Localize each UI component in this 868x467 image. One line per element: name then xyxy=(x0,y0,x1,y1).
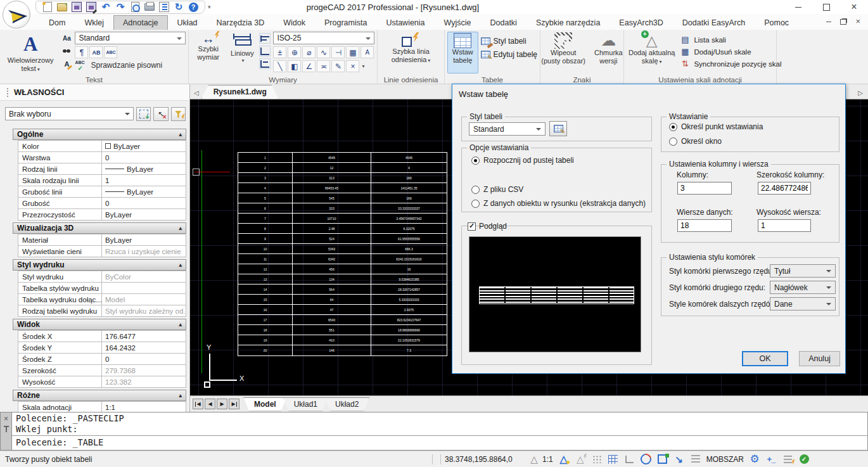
data-rows-input[interactable] xyxy=(677,219,732,232)
open-icon[interactable] xyxy=(57,2,67,12)
dynamic-input-icon[interactable] xyxy=(765,454,777,465)
oblique-dim-icon[interactable]: ╲ xyxy=(273,60,286,72)
cancel-button[interactable]: Anuluj xyxy=(799,351,840,366)
linear-dimension-button[interactable]: Liniowy xyxy=(228,32,257,74)
scale-list-button[interactable]: Lista skali xyxy=(679,34,781,46)
next-layout-icon[interactable] xyxy=(217,399,227,409)
property-row[interactable]: Tabelka stylów wydruku xyxy=(18,282,186,294)
sync-scale-positions-button[interactable]: Synchronizuje pozycję skal xyxy=(679,58,781,70)
save-as-icon[interactable] xyxy=(86,2,96,12)
layout-tab[interactable]: Model xyxy=(243,397,287,411)
selection-combo[interactable]: Brak wyboru xyxy=(5,107,134,120)
columns-input[interactable] xyxy=(677,182,732,195)
column-width-input[interactable] xyxy=(758,182,811,195)
doc-minimize-icon[interactable] xyxy=(826,22,831,22)
dim-edit-icon[interactable]: ✎ xyxy=(331,60,345,72)
option-data-extraction-radio[interactable]: Z danych obiektu w rysunku (ekstrakcja d… xyxy=(471,199,646,208)
tolerance-icon[interactable]: ± xyxy=(273,46,286,58)
tab-scroll-right-icon[interactable] xyxy=(858,89,863,96)
dim-break-icon[interactable]: × xyxy=(346,60,359,72)
dim-ordinate-icon[interactable] xyxy=(259,58,271,69)
quick-select-icon[interactable] xyxy=(171,107,186,121)
property-row[interactable]: Styl wydruku ByColor xyxy=(18,271,186,283)
table-style-button[interactable]: Styl tabeli xyxy=(481,34,537,48)
property-row[interactable]: Materiał ByLayer xyxy=(18,234,186,246)
property-row[interactable]: Środek Z 0 xyxy=(18,353,186,365)
annotation-visibility-icon[interactable] xyxy=(558,454,570,465)
ribbon-tab[interactable]: Dodatki EasyArch xyxy=(673,15,755,30)
layout-tab[interactable]: Układ2 xyxy=(324,397,369,411)
insertion-window-radio[interactable]: Określ okno xyxy=(669,137,722,146)
settings-gear-icon[interactable] xyxy=(748,454,761,465)
coordinates-display[interactable]: 38.3748,195.8864,0 xyxy=(445,455,526,464)
sync-icon[interactable] xyxy=(174,2,184,12)
doc-restore-icon[interactable] xyxy=(840,19,846,25)
select-add-icon[interactable] xyxy=(136,107,151,121)
progecad-logo[interactable] xyxy=(3,1,30,29)
property-row[interactable]: Tabelka wydruku dołąc... Model xyxy=(18,293,186,305)
paragraph-text-icon[interactable]: ¶ xyxy=(75,46,88,58)
character-spacing-icon[interactable]: ABC xyxy=(104,46,117,58)
ribbon-tab[interactable]: Dom xyxy=(39,15,75,30)
wipeout-button[interactable]: Wipeout (pusty obszar) xyxy=(539,32,587,74)
undo-icon[interactable] xyxy=(101,2,111,12)
ribbon-tab[interactable]: Układ xyxy=(168,15,207,30)
new-document-icon[interactable] xyxy=(42,2,53,12)
command-history[interactable]: Polecenie: _PASTECLIPWklej punkt: xyxy=(12,413,867,436)
add-remove-scales-button[interactable]: Dodaj/Usuń skale xyxy=(679,46,781,58)
command-input[interactable]: Polecenie: _TABLE xyxy=(12,436,867,450)
property-row[interactable]: Szerokość 279.7368 xyxy=(18,364,186,376)
annotation-autoscale-icon[interactable] xyxy=(574,454,587,465)
section-header[interactable]: Różne xyxy=(13,390,186,401)
save-icon[interactable] xyxy=(72,2,82,12)
chevron-down-icon[interactable] xyxy=(362,63,364,69)
drawing-table[interactable]: 1 4545 4545 2 12 4 3 313 xyxy=(238,152,447,356)
ortho-icon[interactable] xyxy=(623,454,636,465)
spellcheck-button[interactable]: Sprawdzanie pisowni xyxy=(75,60,186,70)
table-style-combo[interactable]: Standard xyxy=(469,122,546,136)
quick-leader-button[interactable]: Szybka linia odniesienia xyxy=(390,32,433,74)
ribbon-tab[interactable]: Pomoc xyxy=(755,15,798,30)
doc-close-icon[interactable] xyxy=(855,17,860,26)
lineweight-icon[interactable] xyxy=(689,454,702,465)
redo-icon[interactable] xyxy=(115,2,125,12)
snap-icon[interactable] xyxy=(590,454,603,465)
property-row[interactable]: Skala rodzaju linii 1 xyxy=(18,174,186,186)
toolbar-overflow-icon[interactable] xyxy=(208,4,211,10)
print-preview-icon[interactable] xyxy=(130,2,140,12)
annotation-scale-icon[interactable] xyxy=(528,454,540,465)
ribbon-tab[interactable]: Narzędzia 3D xyxy=(207,15,274,30)
property-row[interactable]: Środek Y 164.2432 xyxy=(18,342,186,354)
ribbon-tab[interactable]: Szybkie narzędzia xyxy=(527,15,610,30)
angular-dim-icon[interactable]: ∠ xyxy=(302,60,316,72)
polar-icon[interactable] xyxy=(640,454,653,465)
other-rows-style-combo[interactable]: Dane xyxy=(770,297,836,310)
dim-update-icon[interactable]: ⊣ xyxy=(331,46,345,58)
ribbon-tab[interactable]: Wklej xyxy=(75,15,113,30)
dim-continue-icon[interactable] xyxy=(259,46,271,56)
option-empty-table-radio[interactable]: Rozpocznij od pustej tabeli xyxy=(471,156,574,165)
minimize-icon[interactable] xyxy=(784,0,812,14)
help-icon[interactable] xyxy=(188,2,198,12)
document-tab[interactable]: Rysunek1.dwg xyxy=(201,85,279,99)
edit-table-button[interactable]: Edytuj tabelę xyxy=(481,48,537,61)
property-row[interactable]: Wyświetlanie cieni Rzuca i uzyskuje cien… xyxy=(18,245,186,257)
deselect-icon[interactable] xyxy=(153,107,168,121)
section-header[interactable]: Ogólne xyxy=(13,129,186,140)
annotation-scale-value[interactable]: 1:1 xyxy=(542,455,553,464)
preview-checkbox[interactable]: Podgląd xyxy=(468,222,507,231)
jogged-dim-icon[interactable]: ∿ xyxy=(317,46,330,58)
property-row[interactable]: Przezroczystość ByLayer xyxy=(18,208,186,221)
quick-properties-icon[interactable] xyxy=(781,454,794,465)
ribbon-tab[interactable]: Dodatki xyxy=(481,15,527,30)
row-height-input[interactable] xyxy=(758,219,811,232)
ribbon-tab[interactable]: EasyArch3D xyxy=(610,15,672,30)
diameter-dim-icon[interactable]: ⌀ xyxy=(302,46,316,58)
option-csv-radio[interactable]: Z pliku CSV xyxy=(471,185,523,194)
dim-text-icon[interactable]: A xyxy=(361,46,374,58)
close-icon[interactable] xyxy=(840,0,868,14)
insert-table-button[interactable]: Wstaw tabelę xyxy=(447,32,478,74)
section-header[interactable]: Wizualizacja 3D xyxy=(13,222,186,234)
find-icon[interactable] xyxy=(61,46,72,56)
property-row[interactable]: Kolor ByLayer xyxy=(18,140,186,152)
